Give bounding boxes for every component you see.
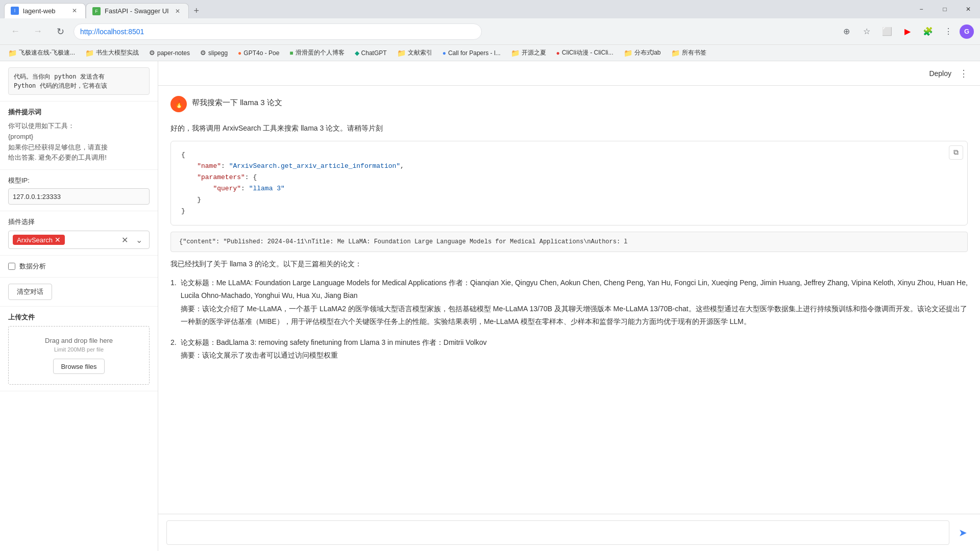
assistant-intro-message: 好的，我将调用 ArxivSearch 工具来搜索 llama 3 论文。请稍等…	[170, 122, 968, 362]
bookmark-clicli[interactable]: ● CliCli动漫 - CliCli...	[552, 47, 618, 59]
tab-lagent-web[interactable]: l lagent-web ✕	[4, 3, 86, 18]
bookmark-papernotes[interactable]: ⚙ paper-notes	[145, 47, 194, 59]
send-button[interactable]: ➤	[953, 523, 972, 542]
bookmark-label: ChatGPT	[361, 49, 387, 57]
paper2-abstract-label: 摘要：	[181, 351, 202, 359]
bookmark-callforpapers[interactable]: ● Call for Papers - l...	[438, 47, 505, 59]
youtube-icon[interactable]: ▶	[898, 22, 917, 41]
tab-label-2: FastAPI - Swagger UI	[105, 7, 169, 15]
browser-chrome: l lagent-web ✕ F FastAPI - Swagger UI ✕ …	[0, 0, 980, 61]
screenshot-icon[interactable]: ⬜	[878, 22, 896, 41]
user-avatar: 🔥	[170, 96, 187, 112]
code-hint-block: 代码。当你向 python 发送含有 Python 代码的消息时，它将在该	[8, 67, 150, 95]
profile-avatar[interactable]: G	[960, 24, 974, 39]
clear-section: 清空对话	[0, 278, 158, 307]
paper2-author-label: 作者：	[422, 338, 444, 346]
url-text: http://localhost:8501	[80, 28, 475, 36]
result-block: {"content": "Published: 2024-04-11\nTitl…	[170, 232, 968, 252]
bookmark-fenbushi[interactable]: 📁 分布式lab	[620, 47, 665, 59]
upload-drag-text: Drag and drop file here	[19, 337, 139, 344]
close-button[interactable]: ✕	[957, 0, 980, 18]
url-bar[interactable]: http://localhost:8501	[74, 23, 482, 40]
bookmark-label: CliCli动漫 - CliCli...	[562, 48, 614, 57]
chat-area: Deploy ⋮ 🔥 帮我搜索一下 llama 3 论文 好的，我将调用 Arx…	[158, 61, 980, 551]
paper2-authors: Dmitrii Volkov	[444, 338, 487, 346]
plugin-hint-section: 插件提示词 你可以使用如下工具： {prompt} 如果你已经获得足够信息，请直…	[0, 102, 158, 170]
github-icon: ⚙	[200, 49, 206, 57]
tab-close-1[interactable]: ✕	[70, 6, 79, 15]
paper1-author-label: 作者：	[449, 279, 470, 287]
plugin-tag-close[interactable]: ✕	[55, 236, 61, 244]
omnibar: ← → ↻ http://localhost:8501 ⊕ ☆ ⬜ ▶ 🧩 ⋮ …	[0, 18, 980, 45]
bookmark-allbookmarks[interactable]: 📁 所有书签	[667, 47, 710, 59]
plugin-select-actions: ✕ ⌄	[118, 234, 145, 246]
menu-icon[interactable]: ⋮	[939, 22, 958, 41]
bookmark-icon[interactable]: ☆	[857, 22, 876, 41]
copy-button[interactable]: ⧉	[949, 145, 963, 160]
json-code-block: ⧉ { "name": "ArxivSearch.get_arxiv_artic…	[170, 141, 968, 226]
forward-button[interactable]: →	[29, 22, 47, 41]
paper1-title: Me LLaMA: Foundation Large Language Mode…	[216, 279, 447, 287]
upload-area[interactable]: Drag and drop file here Limit 200MB per …	[8, 326, 150, 385]
maximize-button[interactable]: □	[933, 0, 957, 18]
extensions-icon[interactable]: 🧩	[919, 22, 937, 41]
reload-button[interactable]: ↻	[51, 22, 69, 41]
folder-icon: 📁	[671, 49, 680, 57]
bookmark-shusheng[interactable]: 📁 书生大模型实战	[81, 47, 143, 59]
bookmark-slipegg[interactable]: ⚙ slipegg	[196, 47, 232, 59]
data-analysis-label[interactable]: 数据分析	[8, 262, 150, 271]
browse-files-button[interactable]: Browse files	[53, 359, 104, 374]
chat-input-area: ➤	[158, 514, 980, 551]
back-button[interactable]: ←	[6, 22, 24, 41]
header-menu-button[interactable]: ⋮	[955, 65, 972, 82]
plugin-clear-btn[interactable]: ✕	[118, 234, 131, 246]
bookmark-chatgpt[interactable]: ◆ ChatGPT	[351, 47, 391, 59]
paper-list: 1. 论文标题：Me LLaMA: Foundation Large Langu…	[170, 277, 968, 362]
tabs-bar: l lagent-web ✕ F FastAPI - Swagger UI ✕ …	[0, 0, 980, 18]
code-hint-line1: 代码。当你向 python 发送含有	[14, 72, 144, 81]
translate-icon[interactable]: ⊕	[837, 22, 855, 41]
data-analysis-checkbox[interactable]	[8, 263, 15, 270]
upload-section: 上传文件 Drag and drop file here Limit 200MB…	[0, 307, 158, 391]
bookmark-gpt4o[interactable]: ● GPT4o - Poe	[234, 47, 283, 59]
bookmark-blog[interactable]: ■ 滑滑蛋的个人博客	[285, 47, 348, 59]
bookmark-label: 滑滑蛋的个人博客	[296, 48, 345, 57]
minimize-button[interactable]: −	[910, 0, 933, 18]
bookmark-label: 开源之夏	[522, 48, 546, 57]
code-hint-section: 代码。当你向 python 发送含有 Python 代码的消息时，它将在该	[0, 61, 158, 102]
paper-content-1: 论文标题：Me LLaMA: Foundation Large Language…	[181, 277, 968, 328]
chat-header: Deploy ⋮	[158, 61, 980, 86]
folder-icon: 📁	[511, 49, 520, 57]
paper-num-2: 2.	[170, 336, 177, 362]
bookmark-label: 所有书签	[682, 48, 706, 57]
chat-input[interactable]	[166, 520, 949, 545]
paper1-title-label: 论文标题：	[181, 279, 216, 287]
plugin-dropdown-btn[interactable]: ⌄	[133, 234, 145, 246]
user-text: 帮我搜索一下 llama 3 论文	[192, 96, 282, 108]
plugin-tag-label: ArxivSearch	[17, 236, 53, 244]
blog-icon: ■	[289, 49, 293, 57]
folder-icon: 📁	[8, 49, 17, 57]
plugin-tag-arxiv[interactable]: ArxivSearch ✕	[13, 235, 65, 245]
bookmark-feijisu[interactable]: 📁 飞极速在线-飞极速...	[4, 47, 79, 59]
tab-favicon-2: F	[92, 7, 101, 15]
bookmark-wenxian[interactable]: 📁 文献索引	[393, 47, 436, 59]
sidebar: 代码。当你向 python 发送含有 Python 代码的消息时，它将在该 插件…	[0, 61, 158, 551]
bookmark-label: Call for Papers - l...	[448, 49, 501, 57]
clicli-icon: ●	[556, 49, 560, 57]
new-tab-button[interactable]: +	[189, 3, 204, 18]
tab-label-1: lagent-web	[23, 7, 66, 15]
tab-close-2[interactable]: ✕	[173, 7, 182, 16]
plugin-select-container[interactable]: ArxivSearch ✕ ✕ ⌄	[8, 231, 150, 249]
tab-fastapi[interactable]: F FastAPI - Swagger UI ✕	[86, 3, 189, 18]
model-ip-input[interactable]	[8, 188, 150, 205]
paper-item-2: 2. 论文标题：BadLlama 3: removing safety fine…	[170, 336, 968, 362]
bookmark-opensourcesummer[interactable]: 📁 开源之夏	[507, 47, 550, 59]
bookmark-label: 文献索引	[408, 48, 432, 57]
window-controls: − □ ✕	[910, 0, 980, 18]
deploy-button[interactable]: Deploy	[929, 69, 951, 78]
clear-button[interactable]: 清空对话	[8, 284, 52, 300]
paper-content-2: 论文标题：BadLlama 3: removing safety finetun…	[181, 336, 968, 362]
found-text: 我已经找到了关于 llama 3 的论文。以下是三篇相关的论文：	[170, 258, 968, 270]
paper1-abstract: 该论文介绍了 Me-LLaMA，一个基于 LLaMA2 的医学领域大型语言模型家…	[181, 305, 967, 325]
